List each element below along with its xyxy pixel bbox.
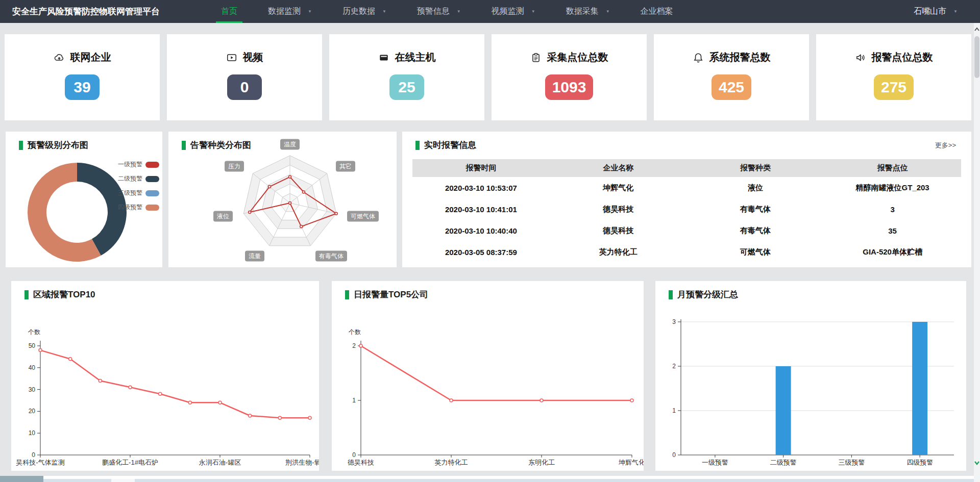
chevron-down-icon: ▼: [953, 9, 958, 14]
nav-item-5[interactable]: 视频监测▼: [486, 0, 541, 23]
legend-swatch: [145, 205, 159, 211]
stat-value-badge: 0: [227, 74, 262, 100]
monitor-icon: [378, 52, 389, 63]
legend-label: 三级预警: [118, 189, 142, 197]
table-cell: 坤辉气化: [550, 177, 687, 198]
stat-cards-row: 联网企业39视频0在线主机25采集点位总数1093系统报警总数425报警点位总数…: [5, 34, 971, 120]
cloud-icon: [54, 52, 65, 63]
nav-item-2[interactable]: 数据监测▼: [263, 0, 317, 23]
stat-card-label: 在线主机: [395, 50, 436, 64]
legend-swatch: [145, 162, 159, 168]
scroll-down-icon[interactable]: [974, 460, 980, 466]
realtime-alarm-table: 报警时间企业名称报警种类报警点位 2020-03-10 10:53:07坤辉气化…: [412, 159, 961, 263]
panel-title-text: 月预警分级汇总: [677, 289, 738, 300]
svg-text:个数: 个数: [348, 328, 361, 336]
title-bar-icon: [19, 141, 23, 150]
svg-text:10: 10: [29, 429, 36, 437]
stat-card-label: 联网企业: [70, 50, 111, 64]
speaker-icon: [855, 52, 866, 63]
table-cell: 有毒气体: [687, 220, 824, 241]
radar-axis-label: 有毒气体: [315, 250, 347, 261]
panel-title-text: 告警种类分布图: [190, 139, 251, 151]
nav-item-label: 预警信息: [417, 6, 450, 17]
scroll-up-icon[interactable]: [974, 26, 980, 32]
table-cell: 2020-03-05 08:37:59: [412, 241, 550, 263]
nav-item-7[interactable]: 企业档案: [635, 0, 678, 23]
region-label: 石嘴山市: [914, 6, 946, 17]
svg-text:坤辉气化: 坤辉气化: [618, 459, 644, 466]
stat-card-3: 在线主机25: [329, 34, 484, 120]
nav-item-label: 企业档案: [641, 6, 673, 17]
horizontal-scrollbar[interactable]: [0, 476, 974, 482]
panel-title-text: 预警级别分布图: [28, 139, 88, 151]
panel-title-text: 实时报警信息: [424, 139, 476, 151]
svg-text:2: 2: [352, 342, 356, 349]
stat-card-label: 系统报警总数: [709, 50, 771, 64]
more-link[interactable]: 更多>>: [935, 141, 956, 150]
panel-title: 区域报警TOP10: [24, 289, 95, 300]
table-cell: 可燃气体: [687, 241, 824, 263]
nav-item-label: 首页: [221, 6, 237, 17]
panel-title: 月预警分级汇总: [669, 289, 738, 300]
radar-axis-label: 液位: [213, 211, 233, 221]
svg-text:一级预警: 一级预警: [702, 459, 728, 466]
title-bar-icon: [24, 290, 29, 299]
svg-text:英力特化工: 英力特化工: [435, 459, 468, 466]
table-cell: 35: [824, 220, 961, 241]
nav-item-3[interactable]: 历史数据▼: [337, 0, 391, 23]
radar-axis-label: 压力: [225, 161, 244, 172]
stat-card-2: 视频0: [167, 34, 322, 120]
svg-text:0: 0: [32, 451, 35, 459]
stat-card-1: 联网企业39: [5, 34, 160, 120]
title-bar-icon: [415, 141, 420, 150]
stat-card-header: 报警点位总数: [855, 50, 933, 64]
stat-value-badge: 25: [389, 74, 424, 100]
panel-title-text: 区域报警TOP10: [33, 289, 95, 300]
svg-text:永润石油-罐区: 永润石油-罐区: [199, 459, 241, 466]
top-nav: 安全生产风险预警防控物联网管理平台 首页数据监测▼历史数据▼预警信息▼视频监测▼…: [0, 0, 980, 23]
nav-item-1[interactable]: 首页: [216, 0, 242, 23]
stat-card-header: 系统报警总数: [693, 50, 771, 64]
region-alarm-line-chart: 个数01020304050昊科技-气体监测鹏盛化工-1#电石炉永润石油-罐区荆洪…: [11, 281, 319, 471]
table-cell: 3: [824, 198, 961, 220]
video-icon: [226, 52, 237, 63]
panel-title: 实时报警信息: [415, 139, 476, 151]
chevron-down-icon: ▼: [457, 9, 461, 14]
stat-value-badge: 1093: [545, 74, 594, 100]
stat-card-5: 系统报警总数425: [654, 34, 809, 120]
svg-text:3: 3: [672, 318, 676, 325]
panel-region-alarm-top10: 区域报警TOP10 个数01020304050昊科技-气体监测鹏盛化工-1#电石…: [11, 281, 319, 471]
title-bar-icon: [669, 290, 673, 299]
region-selector[interactable]: 石嘴山市 ▼: [914, 6, 958, 17]
panel-monthly-warning-summary: 月预警分级汇总 0123一级预警二级预警三级预警四级预警: [655, 281, 966, 471]
table-cell: 英力特化工: [550, 241, 687, 263]
table-cell: 有毒气体: [687, 198, 824, 220]
svg-text:昊科技-气体监测: 昊科技-气体监测: [16, 459, 64, 466]
legend-item: 三级预警: [118, 189, 159, 197]
scrollbar-thumb[interactable]: [974, 36, 979, 78]
stat-card-label: 报警点位总数: [872, 50, 933, 64]
hscroll-thumb[interactable]: [111, 479, 135, 482]
table-cell: 德昊科技: [550, 220, 687, 241]
stat-value-badge: 39: [65, 74, 100, 100]
nav-item-4[interactable]: 预警信息▼: [412, 0, 466, 23]
panel-title: 日报警量TOP5公司: [345, 289, 428, 300]
legend-label: 四级预警: [118, 203, 142, 212]
nav-item-label: 数据监测: [268, 6, 301, 17]
chevron-down-icon: ▼: [531, 9, 535, 14]
title-bar-icon: [345, 290, 349, 299]
nav-item-label: 视频监测: [492, 6, 524, 17]
svg-text:0: 0: [672, 451, 676, 459]
table-cell: 2020-03-10 10:53:07: [412, 177, 550, 198]
legend-item: 二级预警: [118, 174, 159, 183]
svg-text:鹏盛化工-1#电石炉: 鹏盛化工-1#电石炉: [102, 459, 158, 466]
stat-card-6: 报警点位总数275: [816, 34, 971, 120]
donut-legend: 一级预警二级预警三级预警四级预警: [118, 160, 159, 217]
chevron-down-icon: ▼: [382, 9, 386, 14]
hscroll-left-block: [0, 476, 43, 482]
svg-text:二级预警: 二级预警: [770, 459, 797, 466]
vertical-scrollbar[interactable]: [974, 23, 980, 482]
column-header: 报警种类: [687, 159, 824, 177]
bell-icon: [693, 52, 704, 63]
nav-item-6[interactable]: 数据采集▼: [561, 0, 615, 23]
